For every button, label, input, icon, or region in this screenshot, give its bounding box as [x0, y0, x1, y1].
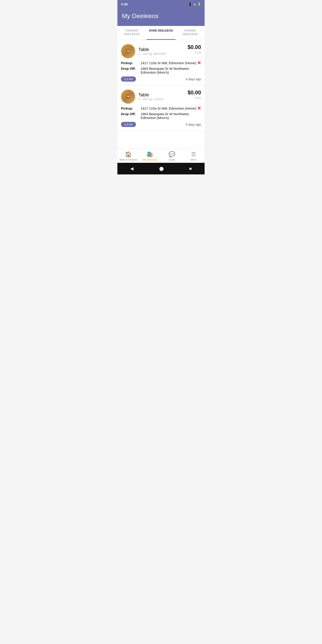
- nav-label-my: My Deeleeos: [143, 158, 157, 161]
- status-icons: 📍 📳 ▲ 🔋: [183, 2, 201, 6]
- vibrate-icon: 📳: [188, 2, 192, 6]
- android-recent-button[interactable]: ■: [190, 166, 192, 171]
- tab-done-deeleeos[interactable]: DONE DEELEEOS: [146, 26, 176, 40]
- pickup-label-2: Pickup:: [121, 106, 141, 110]
- item-cost-label-1: Cost: [188, 51, 201, 54]
- nav-item-my-deeleeos[interactable]: 🛍️ My Deeleeos: [139, 151, 161, 161]
- item-avatar-2: 🪑: [121, 90, 135, 104]
- item-pickup-row-1: Pickup: 1417 115a St NW, Edmonton (Home)…: [121, 61, 201, 65]
- menu-icon: ☰: [191, 151, 196, 158]
- item-weight-2: 0 - 450 kg, LARGE: [138, 98, 164, 101]
- item-weight-1: 0 - 160 kg, MEDIUM: [138, 52, 166, 56]
- item-avatar-1: 🪑: [121, 44, 135, 58]
- location-icon: 📍: [183, 2, 187, 6]
- cancel-button-2[interactable]: ✕: [197, 106, 201, 111]
- nav-label-menu: Menu: [190, 158, 197, 161]
- battery-icon: 🔋: [198, 2, 201, 6]
- distance-badge-1: 2.3 km: [121, 76, 136, 82]
- nav-label-make: Make A Deeleeo: [120, 158, 137, 161]
- distance-badge-2: 2.3 km: [121, 122, 136, 127]
- bottom-nav: 🏠 Make A Deeleeo 🛍️ My Deeleeos 💬 Chats …: [118, 149, 204, 163]
- nav-item-menu[interactable]: ☰ Menu: [183, 151, 205, 161]
- deeleeo-item-2: 🪑 Table 0 - 450 kg, LARGE $0.00 Cost Pic…: [118, 86, 204, 131]
- tab-current-deeleeos[interactable]: CURRENT DEELEEOS: [118, 26, 146, 40]
- item-dropoff-row-2: Drop Off: 1863 Bearspaw Dr W Northwest, …: [121, 112, 201, 120]
- dropoff-label-1: Drop Off:: [121, 67, 141, 70]
- dropoff-address-1: 1863 Bearspaw Dr W Northwest, Edmonton (…: [141, 67, 201, 74]
- pickup-address-1: 1417 115a St NW, Edmonton (Home): [141, 61, 201, 65]
- dropoff-label-2: Drop Off:: [121, 112, 141, 116]
- tab-shared-deeleeos[interactable]: SHARED DEELEEOS: [176, 26, 204, 40]
- item-cost-1: $0.00: [188, 44, 201, 50]
- item-name-2: Table: [138, 92, 164, 98]
- item-footer-1: 2.3 km 6 days ago: [121, 76, 201, 82]
- item-cost-2: $0.00: [188, 90, 201, 96]
- home-icon: 🏠: [125, 151, 132, 158]
- android-nav-bar: ◀ ⬤ ■: [118, 163, 204, 174]
- status-time: 3:40: [121, 2, 128, 6]
- close-icon-1: ✕: [197, 60, 201, 66]
- wifi-icon: ▲: [193, 2, 196, 6]
- cancel-button-1[interactable]: ✕: [197, 60, 201, 66]
- tabs-bar: CURRENT DEELEEOS DONE DEELEEOS SHARED DE…: [118, 26, 204, 40]
- bag-icon: 🛍️: [147, 151, 154, 158]
- android-home-button[interactable]: ⬤: [159, 166, 164, 171]
- dropoff-address-2: 1863 Bearspaw Dr W Northwest, Edmonton (…: [141, 112, 201, 120]
- time-ago-1: 6 days ago: [186, 77, 201, 81]
- chat-icon: 💬: [168, 151, 175, 158]
- item-dropoff-row-1: Drop Off: 1863 Bearspaw Dr W Northwest, …: [121, 67, 201, 74]
- android-back-button[interactable]: ◀: [130, 166, 134, 171]
- page-title: My Deeleeos: [122, 12, 200, 20]
- deeleeo-item-1: 🪑 Table 0 - 160 kg, MEDIUM $0.00 Cost Pi…: [118, 40, 204, 86]
- item-cost-label-2: Cost: [188, 96, 201, 100]
- status-bar: 3:40 📍 📳 ▲ 🔋: [118, 0, 204, 8]
- pickup-address-2: 1417 115a St NW, Edmonton (Home): [141, 106, 201, 110]
- item-footer-2: 2.3 km 6 days ago: [121, 122, 201, 127]
- app-header: My Deeleeos: [118, 8, 204, 26]
- pickup-label-1: Pickup:: [121, 61, 141, 65]
- content-area: 🪑 Table 0 - 160 kg, MEDIUM $0.00 Cost Pi…: [118, 40, 204, 149]
- time-ago-2: 6 days ago: [186, 123, 201, 126]
- close-icon-2: ✕: [197, 106, 201, 111]
- item-name-1: Table: [138, 47, 166, 52]
- item-pickup-row-2: Pickup: 1417 115a St NW, Edmonton (Home)…: [121, 106, 201, 110]
- nav-label-chats: Chats: [168, 158, 175, 161]
- nav-item-chats[interactable]: 💬 Chats: [161, 151, 183, 161]
- nav-item-make-deeleeo[interactable]: 🏠 Make A Deeleeo: [118, 151, 139, 161]
